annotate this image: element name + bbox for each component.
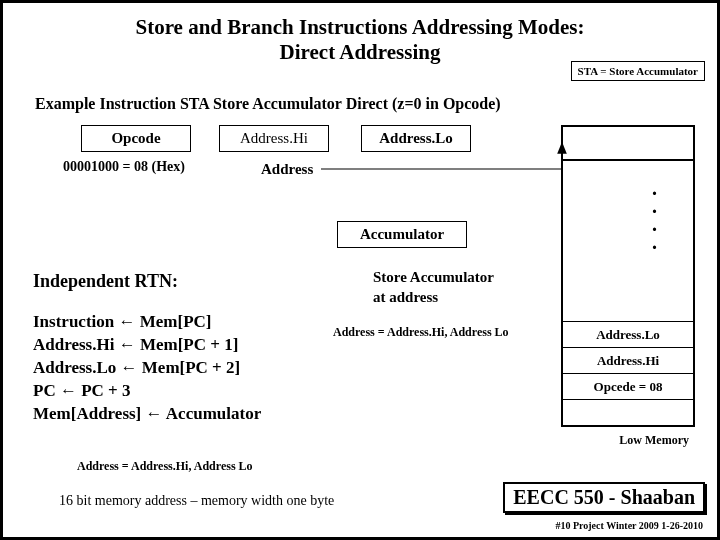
rtn-line-4: PC ← PC + 3: [33, 380, 261, 403]
opcode-box: Opcode: [81, 125, 191, 152]
rtn-line-1: Instruction ← Mem[PC]: [33, 311, 261, 334]
memory-top-cell: [563, 127, 693, 161]
footer-course-box: EECC 550 - Shaaban: [503, 482, 705, 513]
address-label: Address: [261, 161, 313, 178]
memory-cell-opcede: Opcede = 08: [563, 373, 693, 399]
low-memory-label: Low Memory: [619, 433, 689, 448]
rtn-block: Instruction ← Mem[PC] Address.Hi ← Mem[P…: [33, 311, 261, 426]
addresshi-box: Address.Hi: [219, 125, 329, 152]
accumulator-box: Accumulator: [337, 221, 467, 248]
rtn-line-3: Address.Lo ← Mem[PC + 2]: [33, 357, 261, 380]
memory-dots: ....: [652, 179, 657, 251]
rtn-line-2: Address.Hi ← Mem[PC + 1]: [33, 334, 261, 357]
sta-box: STA = Store Accumulator: [571, 61, 705, 81]
mem-width-text: 16 bit memory address – memory width one…: [59, 493, 334, 509]
memory-column: Address.Lo Address.Hi Opcede = 08: [561, 125, 695, 427]
address-eq-1: Address = Address.Hi, Address Lo: [333, 325, 509, 340]
address-eq-2: Address = Address.Hi, Address Lo: [77, 459, 253, 474]
addresslo-box: Address.Lo: [361, 125, 471, 152]
memory-cell-addrlo: Address.Lo: [563, 321, 693, 347]
rtn-title: Independent RTN:: [33, 271, 178, 292]
footer-meta-line: #10 Project Winter 2009 1-26-2010: [555, 520, 703, 531]
example-line: Example Instruction STA Store Accumulato…: [35, 95, 501, 113]
store-accum-text: Store Accumulator: [373, 269, 494, 286]
memory-cell-addrhi: Address.Hi: [563, 347, 693, 373]
memory-cell-empty: [563, 399, 693, 425]
rtn-line-5: Mem[Address] ← Accumulator: [33, 403, 261, 426]
title-line1: Store and Branch Instructions Addressing…: [3, 15, 717, 40]
hex-line: 00001000 = 08 (Hex): [63, 159, 185, 175]
memory-gap: [563, 161, 693, 321]
at-address-text: at address: [373, 289, 438, 306]
